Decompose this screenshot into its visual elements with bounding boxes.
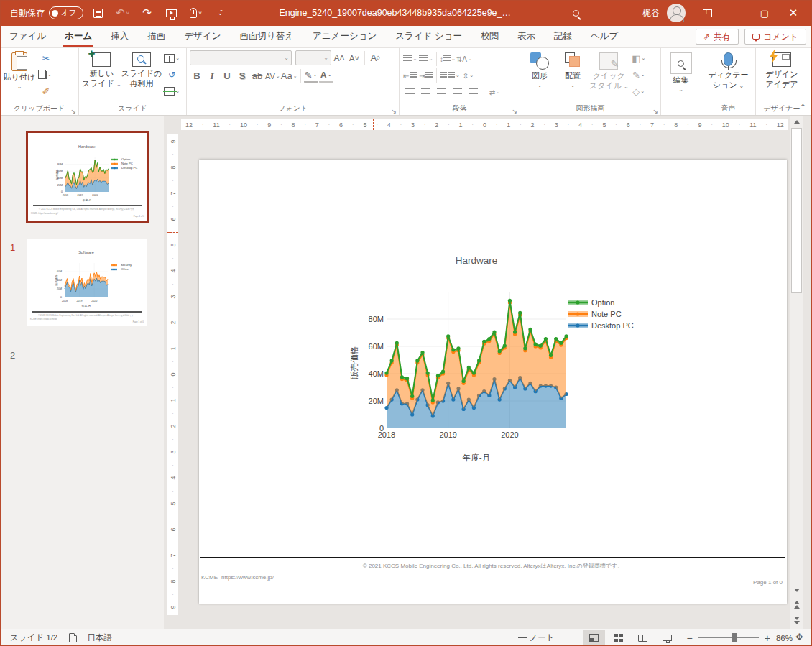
reading-view-button[interactable] bbox=[632, 630, 654, 646]
grow-font-button[interactable]: A˄ bbox=[332, 50, 346, 65]
italic-button[interactable]: I bbox=[205, 68, 219, 83]
clear-formatting-button[interactable]: A◊ bbox=[368, 50, 382, 65]
align-text-button[interactable]: ⇳⌄ bbox=[461, 68, 476, 83]
search-button[interactable] bbox=[566, 4, 585, 22]
clipboard-dialog-launcher[interactable]: ↘ bbox=[70, 108, 76, 115]
tab-表示[interactable]: 表示 bbox=[508, 26, 545, 47]
autosave-toggle[interactable]: 自動保存 オフ bbox=[10, 6, 83, 19]
line-spacing-button[interactable]: ↕⌄ bbox=[440, 52, 456, 66]
distribute-button[interactable] bbox=[466, 85, 481, 99]
text-shadow-button[interactable]: S bbox=[235, 68, 249, 83]
quick-access-toolbar-chevron[interactable]: ⌄̄ bbox=[211, 4, 230, 22]
tab-記録[interactable]: 記録 bbox=[545, 26, 581, 47]
scroll-up-button[interactable] bbox=[790, 116, 803, 127]
hardware-chart[interactable]: 020M40M60M80M201820192020Hardware年度-月販売価… bbox=[343, 244, 688, 481]
design-ideas-button[interactable]: デザイン アイデア bbox=[765, 50, 798, 102]
accessibility-checker-icon[interactable] bbox=[69, 633, 77, 642]
font-name-combobox[interactable]: ⌄ bbox=[190, 50, 292, 65]
new-slide-button[interactable]: 新しい スライド ⌄ bbox=[82, 50, 121, 102]
copy-button[interactable]: ⌄ bbox=[37, 67, 55, 83]
underline-button[interactable]: U bbox=[220, 68, 234, 83]
touch-mouse-mode-button[interactable]: ˅ bbox=[187, 4, 206, 22]
reset-slide-button[interactable]: ↺ bbox=[163, 67, 180, 83]
start-slideshow-button[interactable] bbox=[162, 4, 181, 22]
paragraph-dialog-launcher[interactable]: ↘ bbox=[512, 108, 517, 115]
tab-スライド ショー[interactable]: スライド ショー bbox=[386, 26, 471, 47]
shape-effects-button[interactable]: ◇⌄ bbox=[630, 83, 647, 99]
tab-挿入[interactable]: 挿入 bbox=[101, 26, 138, 47]
strikethrough-button[interactable]: ab bbox=[250, 68, 264, 83]
text-highlight-button[interactable]: ✎⌄ bbox=[304, 68, 318, 83]
zoom-out-button[interactable]: − bbox=[687, 632, 693, 644]
section-button[interactable]: ⌄ bbox=[163, 83, 180, 99]
bullets-button[interactable]: ⌄ bbox=[402, 52, 417, 66]
increase-indent-button[interactable]: ⇥ bbox=[418, 68, 433, 83]
justify-button[interactable] bbox=[450, 85, 465, 99]
font-dialog-launcher[interactable]: ↘ bbox=[391, 108, 397, 115]
paste-button[interactable]: 貼り付け ⌄ bbox=[3, 50, 36, 102]
arrange-button[interactable]: 配置 ⌄ bbox=[556, 50, 589, 102]
avatar[interactable] bbox=[667, 4, 686, 22]
minimize-button[interactable]: — bbox=[721, 2, 750, 24]
change-case-button[interactable]: Aa⌄ bbox=[281, 68, 297, 83]
share-button[interactable]: ⇗共有 bbox=[696, 29, 739, 45]
ribbon-display-options-button[interactable] bbox=[693, 2, 721, 24]
tab-描画[interactable]: 描画 bbox=[138, 26, 175, 47]
text-direction-button[interactable]: ⇅A⌄ bbox=[456, 52, 472, 66]
scrollbar-thumb[interactable] bbox=[791, 128, 802, 293]
maximize-button[interactable]: ▢ bbox=[750, 2, 779, 24]
align-center-button[interactable] bbox=[418, 85, 433, 99]
slide-sorter-view-button[interactable] bbox=[608, 630, 629, 646]
format-painter-button[interactable]: ✐ bbox=[37, 83, 55, 99]
undo-button[interactable]: ↶˅ bbox=[114, 4, 132, 22]
bold-button[interactable]: B bbox=[190, 68, 204, 83]
tab-校閲[interactable]: 校閲 bbox=[471, 26, 508, 47]
notes-toggle[interactable]: ノート bbox=[518, 632, 555, 643]
convert-to-smartart-button[interactable]: ⇄⌄ bbox=[487, 85, 502, 99]
tab-ホーム[interactable]: ホーム bbox=[55, 26, 101, 47]
dictation-button[interactable]: ディクテー ション ⌄ bbox=[708, 50, 748, 102]
comments-button[interactable]: コメント bbox=[744, 29, 806, 45]
tab-画面切り替え[interactable]: 画面切り替え bbox=[230, 26, 303, 47]
shape-outline-button[interactable]: ✎⌄ bbox=[630, 67, 647, 83]
numbering-button[interactable]: ⌄ bbox=[418, 52, 433, 66]
next-slide-button[interactable] bbox=[790, 614, 803, 626]
zoom-in-button[interactable]: + bbox=[765, 632, 770, 644]
tab-ファイル[interactable]: ファイル bbox=[0, 26, 55, 47]
slide-thumbnail-1[interactable]: 020M40M60M80M201820192020Hardware年度-月販売価… bbox=[26, 131, 149, 223]
shape-fill-button[interactable]: ◧⌄ bbox=[630, 50, 647, 66]
tab-ヘルプ[interactable]: ヘルプ bbox=[581, 26, 627, 47]
font-color-button[interactable]: A⌄ bbox=[319, 68, 333, 83]
collapse-ribbon-button[interactable]: ⌃ bbox=[800, 103, 806, 112]
align-right-button[interactable] bbox=[434, 85, 449, 99]
save-button[interactable] bbox=[89, 4, 108, 22]
columns-button[interactable]: ⌄ bbox=[440, 68, 460, 83]
align-left-button[interactable] bbox=[402, 85, 417, 99]
quick-styles-button[interactable]: クイック スタイル ⌄ bbox=[589, 50, 629, 102]
drawing-dialog-launcher[interactable]: ↘ bbox=[652, 108, 658, 115]
character-spacing-button[interactable]: AV⌄ bbox=[265, 68, 280, 83]
editing-button[interactable]: 編集 ⌄ bbox=[665, 50, 698, 102]
slideshow-view-button[interactable] bbox=[657, 630, 678, 646]
tab-デザイン[interactable]: デザイン bbox=[175, 26, 230, 47]
decrease-indent-button[interactable]: ⇤ bbox=[402, 68, 417, 83]
language-status[interactable]: 日本語 bbox=[87, 632, 112, 643]
slide-thumbnail-2[interactable]: 020M40M60M201820192020Software年度-月販売価格Se… bbox=[27, 239, 147, 326]
cut-button[interactable]: ✂ bbox=[37, 50, 55, 66]
autosave-pill[interactable]: オフ bbox=[49, 6, 83, 19]
slide-layout-button[interactable]: ⌄ bbox=[163, 50, 180, 66]
previous-slide-button[interactable] bbox=[790, 599, 803, 610]
scroll-down-button[interactable] bbox=[790, 584, 803, 596]
zoom-slider-thumb[interactable] bbox=[732, 633, 737, 642]
tab-アニメーション[interactable]: アニメーション bbox=[303, 26, 386, 47]
zoom-slider[interactable] bbox=[698, 637, 759, 638]
font-size-combobox[interactable]: ⌄ bbox=[295, 50, 331, 65]
close-button[interactable]: ✕ bbox=[779, 2, 808, 24]
reuse-slides-button[interactable]: スライドの 再利用 bbox=[121, 50, 162, 102]
shrink-font-button[interactable]: A˅ bbox=[347, 50, 361, 65]
zoom-percent[interactable]: 86% bbox=[776, 634, 793, 642]
redo-button[interactable]: ↷ bbox=[138, 4, 157, 22]
vertical-scrollbar[interactable] bbox=[790, 116, 803, 629]
shapes-button[interactable]: 図形 ⌄ bbox=[523, 50, 556, 102]
normal-view-button[interactable] bbox=[583, 630, 605, 646]
